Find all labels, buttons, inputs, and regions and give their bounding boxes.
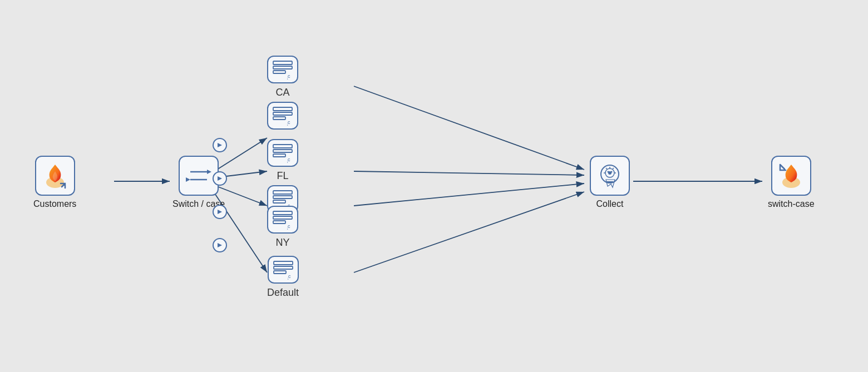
default-label: Default [267, 287, 299, 299]
collect-label: Collect [596, 199, 624, 209]
svg-point-59 [608, 171, 609, 173]
svg-text:↓: ↓ [287, 276, 289, 280]
svg-text:↓: ↓ [287, 122, 289, 126]
svg-marker-15 [186, 177, 190, 182]
svg-rect-47 [274, 271, 286, 274]
svg-rect-31 [273, 150, 292, 152]
fl-branch-node[interactable]: c ↓ FL c ↓ [267, 139, 298, 213]
filter-icon-ny: c ↓ [272, 210, 293, 230]
svg-rect-35 [273, 191, 292, 194]
output-label: switch-case [768, 199, 815, 209]
svg-rect-41 [273, 216, 292, 219]
svg-marker-16 [218, 143, 222, 147]
customers-node[interactable]: Customers [33, 156, 76, 209]
svg-line-57 [606, 168, 607, 169]
filter-icon-default: c ↓ [273, 260, 294, 280]
svg-rect-21 [273, 66, 292, 69]
ny-branch-node[interactable]: c ↓ NY [267, 206, 298, 249]
svg-rect-22 [273, 71, 285, 73]
output-icon [777, 161, 806, 190]
right-arrow-icon [216, 141, 224, 149]
svg-marker-18 [218, 210, 222, 214]
connector-ca[interactable] [213, 138, 227, 152]
svg-rect-27 [273, 117, 285, 120]
svg-rect-26 [273, 112, 292, 115]
switch-icon [186, 163, 211, 189]
svg-point-60 [611, 171, 613, 173]
workflow-canvas: Customers Switch / case [0, 0, 868, 372]
default-filter-box[interactable]: c ↓ [268, 256, 299, 284]
ca-filter-box2[interactable]: c ↓ [267, 102, 298, 130]
svg-rect-46 [274, 266, 293, 269]
customers-box[interactable] [35, 156, 75, 196]
ca-branch-node[interactable]: c ↓ CA c ↓ [267, 56, 298, 130]
svg-marker-19 [218, 243, 222, 247]
svg-line-58 [613, 168, 614, 169]
svg-text:↓: ↓ [287, 226, 289, 230]
collect-box[interactable] [590, 156, 630, 196]
connector-fl[interactable] [213, 171, 227, 186]
right-arrow-icon-4 [216, 241, 224, 249]
svg-marker-17 [218, 176, 222, 181]
customers-label: Customers [33, 199, 76, 209]
svg-line-6 [354, 86, 584, 170]
filter-icon-ca2: c ↓ [272, 106, 293, 126]
ny-filter-box[interactable]: c ↓ [267, 206, 298, 234]
svg-text:↓: ↓ [287, 76, 289, 80]
ca-label: CA [275, 87, 289, 98]
svg-line-7 [354, 171, 584, 175]
arrows-layer [0, 0, 868, 372]
svg-rect-36 [273, 196, 292, 199]
right-arrow-icon-2 [216, 175, 224, 182]
default-branch-node[interactable]: c ↓ Default [267, 256, 299, 299]
svg-rect-37 [273, 200, 285, 203]
collect-node[interactable]: Collect [590, 156, 630, 209]
svg-rect-25 [273, 107, 292, 111]
fl-label: FL [277, 170, 288, 182]
svg-line-9 [354, 192, 584, 272]
fl-filter-box[interactable]: c ↓ [267, 139, 298, 167]
right-arrow-icon-3 [216, 208, 224, 216]
output-node[interactable]: switch-case [768, 156, 815, 209]
output-box[interactable] [771, 156, 811, 196]
svg-line-8 [354, 183, 584, 206]
svg-rect-40 [273, 211, 292, 215]
collect-icon [596, 162, 624, 190]
connector-default[interactable] [213, 238, 227, 252]
svg-rect-20 [273, 61, 292, 65]
svg-rect-42 [273, 221, 285, 224]
filter-icon-ca: c ↓ [272, 59, 293, 80]
ny-label: NY [275, 237, 289, 249]
ca-filter-box[interactable]: c ↓ [267, 56, 298, 83]
svg-rect-45 [274, 261, 293, 265]
filter-icon-fl: c ↓ [272, 143, 293, 163]
svg-rect-30 [273, 145, 292, 148]
svg-rect-32 [273, 154, 285, 157]
svg-text:↓: ↓ [287, 160, 289, 163]
svg-marker-13 [207, 170, 211, 174]
connector-ny[interactable] [213, 205, 227, 219]
customers-icon [41, 161, 70, 190]
